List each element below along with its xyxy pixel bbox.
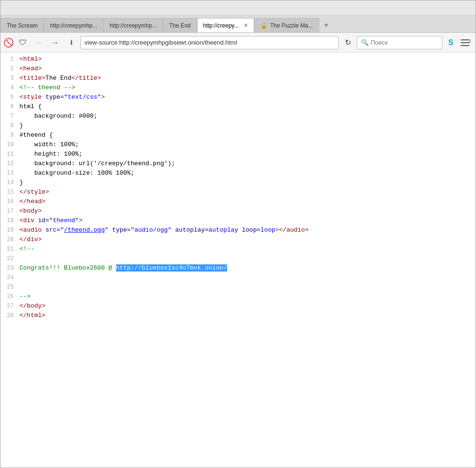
line-number: 26 — [0, 292, 18, 301]
line-number: 11 — [0, 150, 18, 159]
search-box[interactable]: 🔍 — [357, 36, 442, 49]
source-line: 9#theend { — [0, 131, 476, 140]
source-line: 18<div id="theend"> — [0, 216, 476, 225]
line-number: 14 — [0, 178, 18, 187]
line-content: </html> — [18, 311, 476, 320]
source-line: 15</style> — [0, 187, 476, 197]
forward-button[interactable]: → — [48, 36, 62, 50]
source-line: 2<head> — [0, 64, 476, 74]
line-content: <style type="text/css"> — [18, 93, 476, 102]
close-button[interactable] — [461, 3, 472, 13]
source-line: 19<audio src="/theend.ogg" type="audio/o… — [0, 225, 476, 235]
line-number: 6 — [0, 102, 18, 112]
tab-puzzle[interactable]: 🔒 The Puzzle Ma... — [254, 18, 319, 32]
svg-rect-2 — [461, 45, 469, 46]
line-content — [18, 254, 476, 263]
shield-button[interactable]: 🛡 — [16, 36, 30, 50]
tab-label: The Scream — [7, 22, 38, 29]
line-content: Congrats!!! Bluebox2600 @ http://bluebox… — [18, 263, 476, 273]
line-content: <audio src="/theend.ogg" type="audio/ogg… — [18, 225, 476, 235]
source-line: 6html { — [0, 102, 476, 112]
line-content: width: 100%; — [18, 140, 476, 150]
line-content: </div> — [18, 235, 476, 244]
line-number: 23 — [0, 263, 18, 273]
source-line: 1<html> — [0, 55, 476, 64]
line-content — [18, 273, 476, 282]
source-line: 20</div> — [0, 235, 476, 244]
source-line: 23Congrats!!! Bluebox2600 @ http://blueb… — [0, 263, 476, 273]
line-number: 19 — [0, 225, 18, 235]
line-number: 9 — [0, 131, 18, 140]
line-content: <!-- — [18, 244, 476, 254]
source-line: 26--> — [0, 292, 476, 301]
line-number: 4 — [0, 83, 18, 93]
line-content: html { — [18, 102, 476, 112]
line-number: 3 — [0, 74, 18, 83]
line-content: <html> — [18, 55, 476, 64]
tab-label: The End — [169, 22, 190, 29]
close-tab-icon[interactable]: ✕ — [244, 22, 248, 28]
line-number: 1 — [0, 55, 18, 64]
line-number: 28 — [0, 311, 18, 320]
refresh-button[interactable]: ↻ — [341, 36, 355, 50]
menu-icon[interactable]: 1 — [459, 36, 473, 49]
address-bar[interactable] — [80, 36, 339, 49]
info-button[interactable]: ℹ — [64, 36, 78, 50]
maximize-button[interactable] — [449, 3, 459, 13]
line-number: 22 — [0, 254, 18, 263]
blocked-icon: 🚫 — [3, 37, 14, 48]
toolbar: 🚫 🛡 ← → ℹ ↻ 🔍 S 1 — [0, 33, 476, 53]
tab-creepy-active[interactable]: http://creepy... ✕ — [197, 18, 254, 32]
source-line: 25 — [0, 282, 476, 292]
line-content: <body> — [18, 206, 476, 216]
line-number: 8 — [0, 121, 18, 131]
search-icon: 🔍 — [361, 39, 369, 46]
line-content: <head> — [18, 64, 476, 74]
skype-icon: S — [444, 36, 457, 49]
source-line: 16</head> — [0, 197, 476, 206]
line-number: 16 — [0, 197, 18, 206]
line-number: 2 — [0, 64, 18, 74]
line-number: 24 — [0, 273, 18, 282]
source-line: 13 background-size: 100% 100%; — [0, 168, 476, 178]
line-content: </style> — [18, 187, 476, 197]
source-line: 8} — [0, 121, 476, 131]
line-number: 10 — [0, 140, 18, 150]
line-content: } — [18, 178, 476, 187]
tabs-bar: The Scream http://creepymhp... http://cr… — [0, 16, 476, 33]
titlebar-controls — [437, 3, 472, 13]
line-number: 13 — [0, 168, 18, 178]
source-line: 17<body> — [0, 206, 476, 216]
back-button[interactable]: ← — [32, 36, 46, 50]
line-content: </body> — [18, 301, 476, 311]
line-content: #theend { — [18, 131, 476, 140]
line-content: background-size: 100% 100%; — [18, 168, 476, 178]
line-number: 18 — [0, 216, 18, 225]
line-content: </head> — [18, 197, 476, 206]
line-number: 20 — [0, 235, 18, 244]
source-line: 21<!-- — [0, 244, 476, 254]
line-content: <div id="theend"> — [18, 216, 476, 225]
new-tab-button[interactable]: + — [319, 18, 333, 32]
tab-creepy-2[interactable]: http://creepymhp... — [104, 18, 163, 32]
tab-label: http://creepymhp... — [110, 22, 157, 29]
line-number: 5 — [0, 93, 18, 102]
line-content: <!-- theend --> — [18, 83, 476, 93]
line-number: 7 — [0, 112, 18, 121]
minimize-button[interactable] — [437, 3, 447, 13]
search-input[interactable] — [371, 39, 437, 46]
tab-the-scream[interactable]: The Scream — [0, 18, 44, 32]
source-line: 5<style type="text/css"> — [0, 93, 476, 102]
tab-label: http://creepymhp... — [50, 22, 97, 29]
line-content: <title>The End</title> — [18, 74, 476, 83]
source-line: 14} — [0, 178, 476, 187]
line-number: 21 — [0, 244, 18, 254]
source-line: 4<!-- theend --> — [0, 83, 476, 93]
source-line: 22 — [0, 254, 476, 263]
line-number: 17 — [0, 206, 18, 216]
tab-the-end[interactable]: The End — [163, 18, 197, 32]
line-number: 15 — [0, 187, 18, 197]
source-line: 11 height: 100%; — [0, 150, 476, 159]
tab-creepy-1[interactable]: http://creepymhp... — [44, 18, 103, 32]
tab-label: The Puzzle Ma... — [270, 22, 313, 29]
